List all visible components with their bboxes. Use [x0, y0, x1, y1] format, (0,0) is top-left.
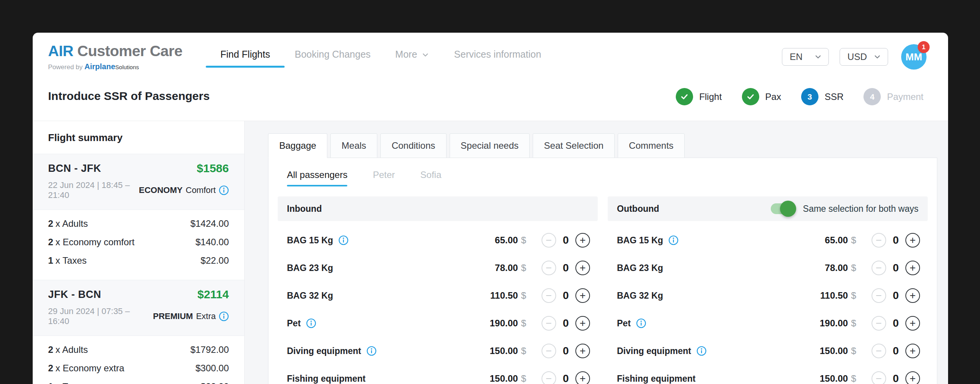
info-icon[interactable] — [338, 235, 348, 245]
content-area: Flight summary BCN - JFK$158622 Jun 2024… — [33, 121, 948, 384]
step-payment[interactable]: 4Payment — [863, 88, 923, 105]
logo-air-text: AIR — [48, 43, 73, 59]
info-icon[interactable] — [219, 311, 229, 321]
decrease-button[interactable]: − — [872, 233, 886, 248]
fare-text: x Adults — [55, 344, 88, 355]
fare-amount: $22.00 — [201, 255, 229, 266]
ssr-item-rows: BAG 15 Kg65.00$−0+BAG 23 Kg78.00$−0+BAG … — [278, 221, 598, 384]
increase-button[interactable]: + — [905, 344, 920, 358]
increase-button[interactable]: + — [575, 233, 590, 248]
top-controls: EN USD MM 1 — [782, 44, 927, 70]
tab-label: Seat Selection — [544, 140, 603, 151]
ssr-item-price: 150.00$ — [795, 373, 856, 384]
increase-button[interactable]: + — [905, 288, 920, 303]
flight-route-row: JFK - BCN$2114 — [48, 288, 229, 301]
nav-item-booking-changes[interactable]: Booking Changes — [295, 49, 370, 68]
passenger-tab-label: Sofia — [420, 170, 442, 180]
ssr-item-label: BAG 32 Kg — [287, 291, 333, 301]
info-icon[interactable] — [668, 235, 678, 245]
tab-label: Special needs — [461, 140, 519, 151]
quantity-value: 0 — [556, 234, 575, 246]
passenger-tab-sofia[interactable]: Sofia — [420, 170, 442, 186]
price-currency: $ — [521, 290, 526, 301]
quantity-value: 0 — [886, 262, 905, 274]
ssr-row-bag-32-kg: BAG 32 Kg110.50$−0+ — [287, 282, 590, 309]
flight-summary-sidebar: Flight summary BCN - JFK$158622 Jun 2024… — [33, 121, 245, 384]
info-icon[interactable] — [219, 185, 229, 195]
price-value: 65.00 — [825, 235, 848, 245]
ssr-item-name: BAG 32 Kg — [287, 291, 333, 301]
column-header-inbound: Inbound — [278, 196, 598, 221]
tab-special-needs[interactable]: Special needs — [450, 133, 530, 158]
passenger-tab-all-passengers[interactable]: All passengers — [287, 170, 347, 186]
decrease-button[interactable]: − — [872, 261, 886, 275]
baggage-columns: InboundBAG 15 Kg65.00$−0+BAG 23 Kg78.00$… — [278, 196, 928, 384]
tab-baggage[interactable]: Baggage — [268, 133, 327, 158]
tab-comments[interactable]: Comments — [618, 133, 685, 158]
price-currency: $ — [851, 346, 856, 356]
same-selection-toggle[interactable] — [771, 203, 795, 214]
decrease-button[interactable]: − — [542, 371, 556, 384]
passenger-tab-label: Peter — [373, 170, 395, 180]
fare-amount: $300.00 — [195, 363, 229, 374]
price-currency: $ — [851, 263, 856, 273]
fare-line-label: 2x Economy comfort — [48, 237, 135, 248]
powered-by-text: Powered by — [48, 63, 83, 71]
tab-conditions[interactable]: Conditions — [380, 133, 446, 158]
tab-meals[interactable]: Meals — [330, 133, 377, 158]
decrease-button[interactable]: − — [542, 316, 556, 331]
passenger-tab-peter[interactable]: Peter — [373, 170, 395, 186]
info-icon[interactable] — [697, 346, 707, 356]
step-pax[interactable]: Pax — [742, 88, 781, 105]
info-icon[interactable] — [636, 318, 646, 328]
increase-button[interactable]: + — [575, 288, 590, 303]
decrease-button[interactable]: − — [872, 344, 886, 358]
nav-item-label: Booking Changes — [295, 49, 370, 60]
decrease-button[interactable]: − — [542, 288, 556, 303]
increase-button[interactable]: + — [575, 344, 590, 358]
decrease-button[interactable]: − — [872, 371, 886, 384]
fare-line-label: 2x Economy extra — [48, 363, 124, 374]
currency-value: USD — [847, 52, 867, 62]
increase-button[interactable]: + — [905, 261, 920, 275]
language-select[interactable]: EN — [782, 48, 829, 66]
ssr-item-name: BAG 15 Kg — [287, 235, 333, 246]
user-avatar[interactable]: MM 1 — [901, 44, 927, 70]
increase-button[interactable]: + — [575, 371, 590, 384]
quantity-value: 0 — [556, 345, 575, 357]
ssr-row-bag-23-kg: BAG 23 Kg78.00$−0+ — [617, 254, 920, 282]
info-icon[interactable] — [367, 346, 377, 356]
decrease-button[interactable]: − — [872, 288, 886, 303]
price-currency: $ — [851, 290, 856, 301]
price-value: 78.00 — [495, 263, 518, 273]
decrease-button[interactable]: − — [542, 261, 556, 275]
step-flight[interactable]: Flight — [676, 88, 722, 105]
decrease-button[interactable]: − — [872, 316, 886, 331]
ssr-item-label: Fishing equipment — [287, 374, 365, 384]
fare-qty: 2 — [48, 344, 53, 355]
increase-button[interactable]: + — [905, 316, 920, 331]
ssr-row-bag-15-kg: BAG 15 Kg65.00$−0+ — [617, 226, 920, 254]
decrease-button[interactable]: − — [542, 344, 556, 358]
flight-card-jfk-bcn: JFK - BCN$211429 Jun 2024 | 07:35 – 16:4… — [33, 280, 244, 384]
fare-line: 1x Taxes$22.00 — [48, 381, 229, 384]
nav-item-services-information[interactable]: Services information — [454, 49, 541, 68]
fare-amount: $22.00 — [201, 381, 229, 384]
increase-button[interactable]: + — [575, 316, 590, 331]
nav-item-more[interactable]: More — [395, 49, 430, 68]
currency-select[interactable]: USD — [840, 48, 888, 66]
ssr-item-name: Diving equipment — [617, 346, 691, 356]
increase-button[interactable]: + — [905, 371, 920, 384]
quantity-stepper: −0+ — [872, 261, 920, 275]
info-icon[interactable] — [306, 318, 316, 328]
fare-name: Extra — [196, 311, 216, 321]
step-ssr[interactable]: 3SSR — [801, 88, 843, 105]
tab-seat-selection[interactable]: Seat Selection — [533, 133, 615, 158]
increase-button[interactable]: + — [575, 261, 590, 275]
quantity-value: 0 — [886, 317, 905, 329]
ssr-item-label: BAG 15 Kg — [617, 235, 678, 246]
increase-button[interactable]: + — [905, 233, 920, 248]
decrease-button[interactable]: − — [542, 233, 556, 248]
ssr-row-pet: Pet190.00$−0+ — [287, 309, 590, 337]
nav-item-find-flights[interactable]: Find Flights — [220, 49, 270, 68]
